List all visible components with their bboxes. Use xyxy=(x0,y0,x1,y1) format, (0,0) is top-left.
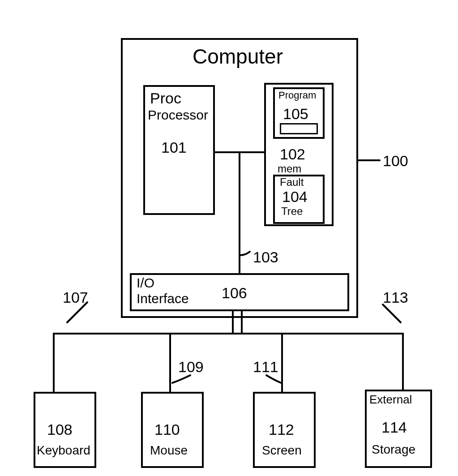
conn-mouse-ref: 109 xyxy=(178,358,204,376)
fault-tree-label-bottom: Tree xyxy=(281,205,303,218)
keyboard-ref: 108 xyxy=(47,421,73,438)
fault-tree-label-top: Fault xyxy=(280,176,304,189)
diagram-root: Computer Proc Processor 101 102 mem Prog… xyxy=(0,0,458,476)
processor-ref: 101 xyxy=(161,139,187,156)
program-inner-box xyxy=(280,123,318,134)
mouse-ref: 110 xyxy=(154,421,180,438)
fault-tree-ref: 104 xyxy=(282,188,308,206)
screen-label: Screen xyxy=(262,443,302,458)
program-ref: 105 xyxy=(283,105,308,123)
bus-ref: 103 xyxy=(253,249,278,266)
screen-ref: 112 xyxy=(269,421,294,438)
conn-kb-ref: 107 xyxy=(63,289,88,306)
storage-ref: 114 xyxy=(381,419,407,436)
memory-label: mem xyxy=(278,163,301,175)
program-label: Program xyxy=(278,90,316,101)
io-ref: 106 xyxy=(222,284,247,302)
conn-storage-ref: 113 xyxy=(383,289,408,306)
storage-label-top: External xyxy=(369,393,412,407)
computer-title: Computer xyxy=(193,45,283,69)
io-label-top: I/O xyxy=(137,275,154,291)
computer-ref: 100 xyxy=(383,152,408,170)
mouse-label: Mouse xyxy=(150,443,188,458)
processor-label-top: Proc xyxy=(150,90,181,107)
io-label-bottom: Interface xyxy=(137,291,189,307)
memory-ref: 102 xyxy=(280,146,305,163)
keyboard-label: Keyboard xyxy=(37,443,90,458)
storage-label-bottom: Storage xyxy=(372,442,415,457)
processor-label-bottom: Processor xyxy=(148,107,208,123)
conn-screen-ref: 111 xyxy=(253,358,278,376)
